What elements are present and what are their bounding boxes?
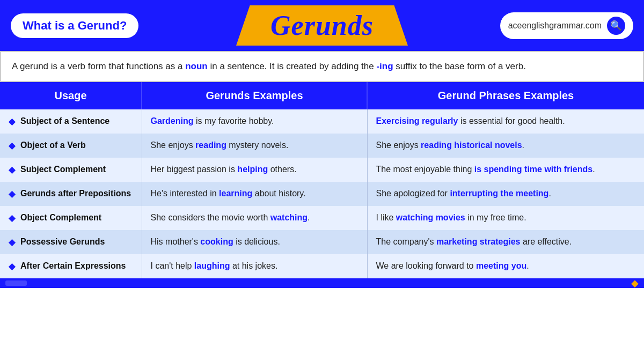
gerund-plain-after: is my favorite hobby. [194,116,274,125]
definition-noun: noun [185,61,208,71]
diamond-icon: ◆ [9,261,15,271]
gerund-plain-after: . [308,213,310,222]
gerunds-table: Usage Gerunds Examples Gerund Phrases Ex… [0,82,644,278]
usage-label: After Certain Expressions [20,261,126,271]
phrase-plain-before: She apologized for [376,189,450,198]
usage-cell: ◆Gerunds after Prepositions [0,182,142,206]
col-header-usage: Usage [0,82,142,109]
search-bar: aceenglishgrammar.com 🔍 [500,12,633,39]
phrase-example-cell: She enjoys reading historical novels. [367,134,644,158]
phrase-example-cell: Exercising regularly is essential for go… [367,109,644,134]
diamond-icon: ◆ [9,189,15,199]
phrase-plain-after: . [522,141,524,150]
phrase-plain-after: . [548,189,551,198]
phrase-plain-before: The company's [376,237,436,246]
phrase-plain-after: . [526,261,529,270]
phrase-blue: reading historical novels [421,141,522,150]
gerund-blue: reading [195,141,226,150]
gerund-blue: learning [219,189,252,198]
table-row: ◆Subject of a SentenceGardening is my fa… [0,109,644,134]
phrase-plain-before: She enjoys [376,141,421,150]
phrase-plain-after: are effective. [520,237,572,246]
gerund-example-cell: He's interested in learning about histor… [142,182,367,206]
search-button[interactable]: 🔍 [607,17,625,35]
gerund-example-cell: His mother's cooking is delicious. [142,230,367,254]
definition-text-end: suffix to the base form of a verb. [393,61,526,71]
usage-label: Subject of a Sentence [20,116,109,126]
phrase-example-cell: She apologized for interrupting the meet… [367,182,644,206]
phrase-example-cell: I like watching movies in my free time. [367,206,644,230]
phrase-example-cell: The company's marketing strategies are e… [367,230,644,254]
table-row: ◆Subject ComplementHer biggest passion i… [0,158,644,182]
table-row: ◆Object of a VerbShe enjoys reading myst… [0,134,644,158]
search-url: aceenglishgrammar.com [508,21,602,31]
phrase-plain-after: in my free time. [465,213,526,222]
header-center: Gerunds [236,5,408,46]
gerund-plain-before: He's interested in [151,189,219,198]
gerund-example-cell: She enjoys reading mystery novels. [142,134,367,158]
usage-cell: ◆Subject of a Sentence [0,109,142,134]
gerund-plain-before: His mother's [151,237,201,246]
gerund-plain-after: is delicious. [233,237,280,246]
phrase-example-cell: The most enjoyable thing is spending tim… [367,158,644,182]
phrase-blue: marketing strategies [436,237,521,246]
bottom-left-indicator [5,280,27,286]
definition-bar: A gerund is a verb form that functions a… [0,51,644,82]
definition-text-mid: in a sentence. It is created by adding t… [208,61,377,71]
phrase-blue: watching movies [396,213,465,222]
phrase-blue: is spending time with friends [474,165,592,174]
usage-label: Gerunds after Prepositions [20,189,131,198]
phrase-plain-before: We are looking forward to [376,261,476,270]
definition-ing: -ing [376,61,393,71]
what-is-badge: What is a Gerund? [11,13,138,38]
gerund-example-cell: Gardening is my favorite hobby. [142,109,367,134]
col-header-gerunds: Gerunds Examples [142,82,367,109]
table-row: ◆Possessive GerundsHis mother's cooking … [0,230,644,254]
what-is-label: What is a Gerund? [23,19,127,32]
usage-cell: ◆After Certain Expressions [0,254,142,278]
usage-cell: ◆Object of a Verb [0,134,142,158]
bottom-right-diamond: ◆ [631,277,639,289]
gerund-blue: helping [237,165,268,174]
diamond-icon: ◆ [9,213,15,223]
gerund-plain-before: She enjoys [151,141,196,150]
phrase-plain-after: . [592,165,595,174]
usage-cell: ◆Possessive Gerunds [0,230,142,254]
phrase-blue: interrupting the meeting [450,189,548,198]
gerund-plain-after: at his jokes. [230,261,277,270]
table-header-row: Usage Gerunds Examples Gerund Phrases Ex… [0,82,644,109]
gerund-example-cell: I can't help laughing at his jokes. [142,254,367,278]
diamond-icon: ◆ [9,165,15,175]
usage-label: Object Complement [20,213,101,223]
gerund-blue: Gardening [151,116,194,125]
gerund-blue: cooking [200,237,233,246]
usage-cell: ◆Object Complement [0,206,142,230]
phrase-blue: Exercising regularly [376,116,458,125]
diamond-icon: ◆ [9,141,15,151]
gerund-plain-before: Her biggest passion is [151,165,238,174]
phrase-example-cell: We are looking forward to meeting you. [367,254,644,278]
phrase-blue: meeting you [476,261,526,270]
gerund-plain-before: I can't help [151,261,194,270]
gerund-plain-after: about history. [252,189,305,198]
col-header-phrases: Gerund Phrases Examples [367,82,644,109]
usage-label: Subject Complement [20,165,106,174]
table-row: ◆Object ComplementShe considers the movi… [0,206,644,230]
gerund-blue: watching [270,213,308,222]
gerund-plain-before: She considers the movie worth [151,213,270,222]
phrase-plain-before: The most enjoyable thing [376,165,474,174]
phrase-plain-before: I like [376,213,396,222]
usage-label: Object of a Verb [20,141,86,150]
gerund-blue: laughing [194,261,230,270]
definition-text-before: A gerund is a verb form that functions a… [12,61,185,71]
gerund-plain-after: mystery novels. [226,141,289,150]
header: What is a Gerund? Gerunds aceenglishgram… [0,0,644,51]
gerund-example-cell: She considers the movie worth watching. [142,206,367,230]
phrase-plain: is essential for good health. [458,116,565,125]
table-row: ◆Gerunds after PrepositionsHe's interest… [0,182,644,206]
table-row: ◆After Certain ExpressionsI can't help l… [0,254,644,278]
diamond-icon: ◆ [9,116,15,127]
gerund-plain-after: others. [268,165,296,174]
page-title: Gerunds [270,10,374,41]
usage-cell: ◆Subject Complement [0,158,142,182]
